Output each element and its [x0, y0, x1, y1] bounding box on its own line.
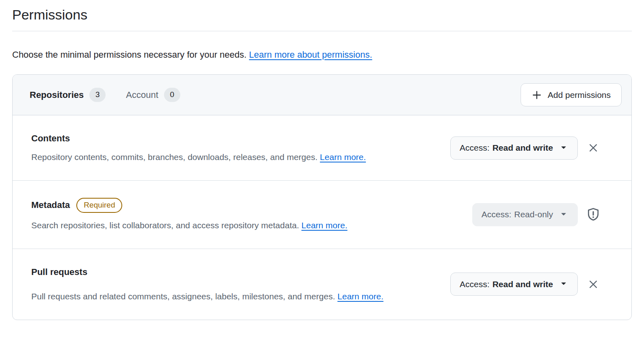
tab-account-label: Account	[126, 90, 158, 100]
chevron-down-icon	[559, 142, 568, 154]
access-dropdown[interactable]: Access: Read and write	[450, 273, 578, 296]
page-title: Permissions	[12, 5, 632, 24]
add-permissions-label: Add permissions	[548, 90, 611, 100]
permissions-panel: Repositories 3 Account 0 Add permissions	[12, 74, 632, 320]
permission-title: Contents	[31, 132, 70, 145]
add-permissions-button[interactable]: Add permissions	[521, 83, 622, 106]
required-badge: Required	[76, 198, 122, 213]
title-divider	[12, 31, 632, 31]
permission-row-pull-requests: Pull requests Pull requests and related …	[13, 249, 631, 320]
intro-sentence: Choose the minimal permissions necessary…	[12, 50, 246, 60]
panel-header: Repositories 3 Account 0 Add permissions	[13, 75, 631, 115]
close-icon	[587, 278, 599, 290]
permissions-page: Permissions Choose the minimal permissio…	[0, 5, 644, 320]
permission-description: Repository contents, commits, branches, …	[31, 151, 366, 163]
tab-repositories[interactable]: Repositories 3	[30, 88, 106, 102]
permission-title: Metadata	[31, 199, 70, 211]
chevron-down-icon	[559, 209, 568, 221]
tab-account[interactable]: Account 0	[126, 88, 180, 102]
permission-row-metadata: Metadata Required Search repositories, l…	[13, 180, 631, 249]
tab-repositories-label: Repositories	[30, 90, 84, 100]
plus-icon	[532, 90, 542, 100]
learn-more-link[interactable]: Learn more.	[320, 152, 366, 162]
intro-text: Choose the minimal permissions necessary…	[12, 49, 632, 61]
learn-more-link[interactable]: Learn more.	[301, 221, 347, 230]
permission-row-contents: Contents Repository contents, commits, b…	[13, 115, 631, 180]
account-count-badge: 0	[164, 88, 180, 102]
learn-more-link[interactable]: Learn more.	[337, 290, 383, 303]
remove-permission-button[interactable]	[585, 276, 602, 293]
permission-description: Search repositories, list collaborators,…	[31, 219, 348, 232]
permission-title: Pull requests	[31, 266, 87, 278]
close-icon	[587, 142, 599, 154]
chevron-down-icon	[559, 278, 568, 290]
repositories-count-badge: 3	[89, 88, 106, 102]
access-dropdown-disabled: Access: Read-only	[472, 203, 578, 226]
permission-description: Pull requests and related comments, assi…	[31, 285, 383, 303]
access-dropdown[interactable]: Access: Read and write	[450, 136, 578, 160]
learn-more-permissions-link[interactable]: Learn more about permissions.	[249, 50, 372, 60]
shield-alert-icon	[586, 207, 601, 222]
remove-permission-button[interactable]	[585, 139, 602, 156]
